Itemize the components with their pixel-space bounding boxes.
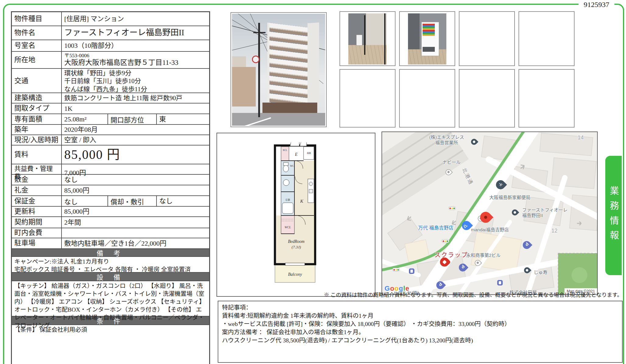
traffic-light-icon [392,268,400,271]
map-label-fiore: ファーストフィオーレ 福島野田II [522,207,568,218]
table-row-property-name: 物件名 ファーストフィオーレ福島野田II [12,26,209,40]
rent-value: 85,000 円 [62,146,209,163]
table-row-room-no: 号室名 1003（10階部分） [12,40,209,51]
room-label-scl: SCL [283,149,287,152]
table-row-status: 現況/入居時期 空室 / 即入 [12,135,209,145]
row-label: 更新料 [12,207,62,216]
row-label: 保証金 [12,196,62,206]
row-label: 現況/入居時期 [12,135,62,145]
table-row-address: 所在地 〒553-0006 大阪府大阪市福島区吉野５丁目11-33 [12,51,209,68]
table-row-structure: 建築構造 鉄筋コンクリート造 地上11階 総戸数90戸 [12,93,209,103]
row-value: 敷地内駐車場／空き1台／22,000円 [62,239,209,248]
transport-line: 環状線「野田」徒歩9分 [64,69,207,77]
table-row-deposit: 敷金 なし [12,174,209,185]
room-label-balcony: Balcony [288,272,302,277]
room-label-mb: MB [307,152,311,155]
map-pin-parking: P [459,264,467,271]
equipment-block: 【キッチン】 給湯器（ガス）・ガスコンロ（2口） 【水廻り】 風呂・洗面台・浴室… [12,281,209,316]
row-label: 交通 [12,69,62,93]
map-label-line: 福島営業所 [422,140,471,145]
opening-direction-label: 開口部方位 [108,114,157,124]
map-pin-mandai-cart [462,221,471,230]
row-value: 85,000円 [62,186,209,195]
property-name-value: ファーストフィオーレ福島野田II [62,27,209,38]
amortization-label: 償却・敷引 [108,196,157,206]
row-label: 契約期間 [12,217,62,228]
opening-direction-value: 東 [157,115,209,124]
row-label: 物件名 [12,26,62,40]
map-pin-parking: P [436,281,444,289]
empty-photo-cell [459,69,515,128]
row-value: 1K [62,104,209,113]
map-label-post-office: 大阪福島新家郵便局 [489,195,530,200]
row-value [62,233,209,233]
glass-frame-art [364,15,365,55]
address-cell: 〒553-0006 大阪府大阪市福島区吉野５丁目11-33 [62,53,209,67]
map-label-nabeel: ナビール [442,159,461,165]
row-label: 敷金 [12,175,62,185]
map-label-mandai-bldg: mandai福島吉野店 [471,227,509,233]
notes-line: ・webサービス広告掲載 [許可]・保険：保険要加入 18,000円（要確認） … [222,320,618,328]
map-label-line: 福島野田II [522,213,568,218]
notes-line: ハウスクリーニング代 38,500円(退去時) / エアコンクリーニング代(1台… [222,336,618,345]
row-label: 築年 [12,125,62,135]
table-row-transport: 交通 環状線「野田」徒歩9分 千日前線「玉川」徒歩10分 なんば線「西九条」徒歩… [12,68,209,93]
glass-frame-art [384,13,385,65]
table-row-rent: 賃料 85,000 円 [12,145,209,164]
guarantee-value: なし [62,196,108,206]
map-pin-scrap [440,257,449,267]
map-label-line: (株)エキスプレス [422,135,471,140]
empty-photo-cell [459,11,515,66]
row-label: 号室名 [12,40,62,51]
map-pin-fiore [512,209,518,215]
traffic-light-icon [442,239,449,243]
notes-line: 賃料備考:短期解約違約金 1年未満の解約時、賃料の1ヶ月 [222,312,618,320]
table-row-guarantee: 保証金 なし 償却・敷引 なし [12,195,209,206]
entrance-photo-art [348,13,387,65]
empty-photo-cell [399,69,455,128]
transport-line: 千日前線「玉川」徒歩10分 [64,77,207,85]
map-label-eiwa: 永和商事第2ビル [466,253,501,258]
room-label-ub: UB [286,198,290,201]
table-row-contract: 契約期間 2年間 [12,216,209,228]
room-label-wc: WC [290,165,294,167]
map-label-line: ファーストフィオーレ [522,207,568,213]
business-info-tab-label: 業務情報 [607,186,620,245]
address-value: 大阪府大阪市福島区吉野５丁目11-33 [64,59,207,67]
room-label-wcl: WCL [285,226,291,229]
empty-photo-cell [519,11,575,66]
business-info-tab[interactable]: 業務情報 [605,156,622,275]
empty-photo-cell [519,69,575,128]
table-row-neighborhood-fee: 町内会費 [12,228,209,238]
row-label: 専有面積 [12,114,62,124]
notes-line: 特記事項： [222,303,618,312]
room-label-entrance: E [295,152,298,157]
post-office-mark: 〒 [495,179,506,190]
sign-stand-art [356,35,362,46]
utility-pole-art [232,14,325,126]
building-photo-frame [230,12,327,127]
row-value: 2年間 [62,218,209,227]
photo-cell [399,11,455,66]
row-label: 賃料 [12,145,62,164]
row-label: 建築構造 [12,93,62,103]
remarks-band: 備 考 [12,248,209,256]
map-pin-property-marker [480,212,491,223]
empty-photo-cell [339,69,396,128]
transport-cell: 環状線「野田」徒歩9分 千日前線「玉川」徒歩10分 なんば線「西九条」徒歩11分 [62,69,209,93]
disclaimer-text: ※ この資料は物件の概略紹介資料になります。写真、間取図面、設備、概要などが現況… [324,291,622,298]
table-row-parking: 駐車場 敷地内駐車場／空き1台／22,000円 [12,238,209,248]
floorplan-drawing: Balcony SCL MB E WC UB K WC [272,142,321,287]
table-row-key-money: 礼金 85,000円 [12,185,209,195]
room-label-bedroom: BedRoom [288,239,304,244]
remarks-block: キャンペーン:※法人 礼金1カ月有り 宅配ボックス 暗証番号 ・ エレベータ 各… [12,256,209,272]
map-label-scrap: スクラップ [434,251,468,259]
vending-slot-art [423,47,435,52]
photo-cell [339,11,396,66]
location-map: (株)エキスプレス 福島営業所 ナビール 北港通 大阪福島新家郵便局 ファースト… [382,131,598,295]
map-pin-gas-station [497,280,503,285]
floorplan-box: Balcony SCL MB E WC UB K WC [216,133,375,297]
entrance-photo [348,13,387,65]
conditions-block: 【条件】 保証会社利用必須 [12,324,209,364]
row-value: 空室 / 即入 [62,135,209,145]
